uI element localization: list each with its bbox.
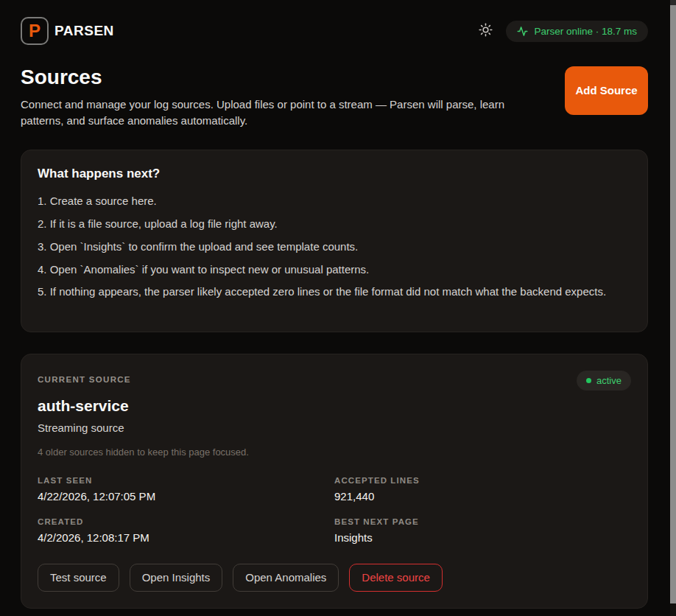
- hidden-sources-note: 4 older sources hidden to keep this page…: [38, 447, 631, 458]
- stat-label: Created: [38, 517, 334, 526]
- add-source-button[interactable]: Add Source: [565, 66, 648, 115]
- scrollbar-thumb[interactable]: [670, 5, 676, 603]
- source-actions: Test source Open Insights Open Anomalies…: [38, 564, 631, 592]
- status-dot-icon: [586, 378, 591, 383]
- source-name: auth-service: [38, 397, 631, 415]
- parser-status-badge: Parser online · 18.7 ms: [506, 21, 648, 42]
- what-next-title: What happens next?: [38, 167, 631, 181]
- stat-label: Last seen: [38, 476, 334, 485]
- stat-value: Insights: [334, 531, 631, 544]
- page-description: Connect and manage your log sources. Upl…: [21, 97, 547, 129]
- step-item: 1. Create a source here.: [38, 193, 631, 209]
- step-item: 5. If nothing appears, the parser likely…: [38, 284, 631, 299]
- stat-last-seen: Last seen 4/22/2026, 12:07:05 PM: [38, 476, 334, 503]
- top-bar-right: Parser online · 18.7 ms: [476, 21, 648, 42]
- brand-name: PARSEN: [54, 23, 114, 39]
- logo-letter: P: [29, 22, 41, 40]
- page-title: Sources: [21, 66, 547, 89]
- stat-created: Created 4/2/2026, 12:08:17 PM: [38, 517, 334, 544]
- activity-pulse-icon: [517, 26, 528, 37]
- step-item: 4. Open `Anomalies` if you want to inspe…: [38, 262, 631, 277]
- open-anomalies-button[interactable]: Open Anomalies: [233, 564, 339, 592]
- parsen-logo: P: [21, 17, 49, 45]
- sources-page: P PARSEN: [0, 0, 676, 616]
- source-stats-grid: Last seen 4/22/2026, 12:07:05 PM Accepte…: [38, 476, 631, 544]
- stat-label: Best next page: [334, 517, 631, 526]
- what-happens-next-card: What happens next? 1. Create a source he…: [21, 150, 648, 332]
- scrollbar[interactable]: [670, 0, 676, 616]
- stat-best-next-page: Best next page Insights: [334, 517, 631, 544]
- delete-source-button[interactable]: Delete source: [349, 564, 443, 592]
- step-item: 2. If it is a file source, upload a log …: [38, 216, 631, 231]
- stat-value: 4/2/2026, 12:08:17 PM: [38, 531, 334, 544]
- stat-value: 921,440: [334, 490, 631, 503]
- current-source-card: Current source active auth-service Strea…: [21, 354, 648, 609]
- current-source-label: Current source: [38, 371, 131, 384]
- open-insights-button[interactable]: Open Insights: [130, 564, 223, 592]
- test-source-button[interactable]: Test source: [38, 564, 119, 592]
- source-status-badge: active: [577, 371, 631, 391]
- top-bar: P PARSEN: [21, 0, 648, 47]
- brand: P PARSEN: [21, 17, 114, 45]
- page-header-text: Sources Connect and manage your log sour…: [21, 66, 547, 128]
- stat-value: 4/22/2026, 12:07:05 PM: [38, 490, 334, 503]
- source-status-text: active: [596, 375, 622, 386]
- source-card-head: Current source active: [38, 371, 631, 391]
- scrollbar-corner: [670, 0, 676, 5]
- page-header: Sources Connect and manage your log sour…: [21, 66, 648, 128]
- stat-accepted-lines: Accepted lines 921,440: [334, 476, 631, 503]
- sun-icon: [479, 23, 493, 39]
- theme-toggle-button[interactable]: [476, 22, 494, 40]
- stat-label: Accepted lines: [334, 476, 631, 485]
- step-item: 3. Open `Insights` to confirm the upload…: [38, 239, 631, 254]
- source-type: Streaming source: [38, 421, 631, 434]
- parser-status-text: Parser online · 18.7 ms: [534, 26, 637, 37]
